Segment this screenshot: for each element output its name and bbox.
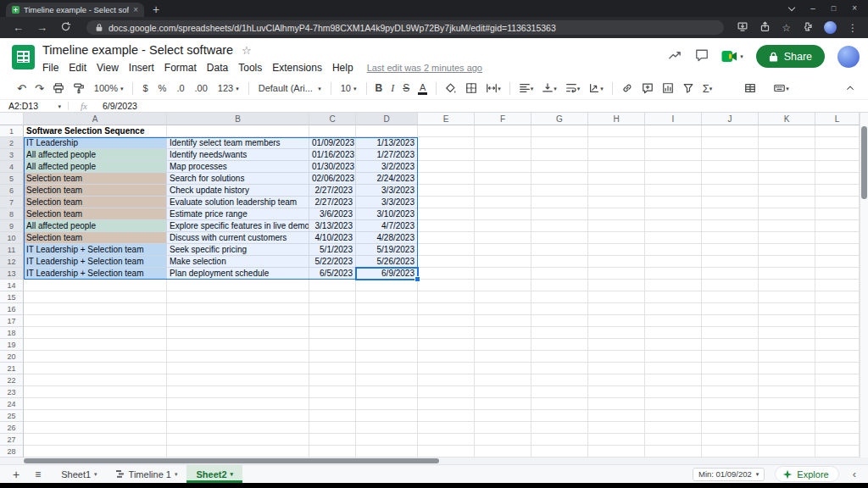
cell-I7[interactable] [645, 197, 702, 208]
close-window-button[interactable]: × [852, 4, 857, 13]
cell-H23[interactable] [588, 386, 645, 398]
cell-A19[interactable] [24, 339, 167, 351]
cell-E9[interactable] [418, 220, 475, 232]
cell-C4[interactable]: 01/30/2023 [309, 161, 356, 173]
cell-B26[interactable] [167, 422, 309, 434]
cell-B1[interactable] [167, 125, 309, 137]
cell-A8[interactable]: Selection team [24, 208, 167, 220]
cell-J1[interactable] [702, 125, 759, 137]
menu-extensions[interactable]: Extensions [267, 61, 327, 75]
cell-K23[interactable] [759, 386, 815, 398]
cell-K18[interactable] [759, 327, 815, 339]
column-header-J[interactable]: J [702, 113, 759, 125]
cell-J5[interactable] [702, 173, 759, 185]
cell-I4[interactable] [645, 161, 702, 173]
cell-E4[interactable] [418, 161, 475, 173]
cell-L5[interactable] [815, 173, 860, 185]
cell-K20[interactable] [759, 351, 815, 363]
cell-C26[interactable] [309, 422, 356, 434]
cell-D2[interactable]: 1/13/2023 [356, 137, 418, 149]
cell-E23[interactable] [418, 386, 475, 398]
back-button[interactable]: ← [8, 22, 28, 33]
cell-D27[interactable] [356, 434, 418, 446]
cell-J8[interactable] [702, 208, 759, 220]
cell-A18[interactable] [24, 327, 167, 339]
cell-J2[interactable] [702, 137, 759, 149]
cell-B17[interactable] [167, 315, 309, 327]
formula-input[interactable]: 6/9/2023 [103, 101, 137, 111]
cell-G3[interactable] [531, 149, 588, 161]
cell-C3[interactable]: 01/16/2023 [309, 149, 356, 161]
cell-E8[interactable] [418, 208, 475, 220]
cell-H24[interactable] [588, 398, 645, 410]
cell-J3[interactable] [702, 149, 759, 161]
row-header-13[interactable]: 13 [0, 268, 24, 280]
bookmark-star-icon[interactable]: ☆ [782, 23, 791, 33]
cell-E14[interactable] [418, 280, 475, 291]
column-header-D[interactable]: D [356, 113, 418, 125]
cell-B24[interactable] [167, 398, 309, 410]
cell-C1[interactable] [309, 125, 356, 137]
cell-H4[interactable] [588, 161, 645, 173]
cell-L4[interactable] [815, 161, 860, 173]
cell-A28[interactable] [24, 446, 167, 458]
cell-F8[interactable] [475, 208, 531, 220]
cell-G17[interactable] [531, 315, 588, 327]
cell-C15[interactable] [309, 291, 356, 303]
browser-menu-icon[interactable]: ⋮ [848, 23, 858, 33]
cell-A5[interactable]: Selection team [24, 173, 167, 185]
column-header-L[interactable]: L [815, 113, 860, 125]
user-avatar[interactable] [837, 46, 860, 68]
cell-C9[interactable]: 3/13/2023 [309, 220, 356, 232]
cell-F17[interactable] [475, 315, 531, 327]
number-format-button[interactable]: 123▾ [213, 79, 244, 97]
row-header-20[interactable]: 20 [0, 351, 24, 363]
hide-toolbar-button[interactable] [841, 79, 860, 97]
cell-G28[interactable] [531, 446, 588, 458]
cell-D5[interactable]: 2/24/2023 [356, 173, 418, 185]
cell-B15[interactable] [167, 291, 309, 303]
cell-G21[interactable] [531, 363, 588, 374]
increase-decimals-button[interactable]: .00 [190, 79, 213, 97]
menu-format[interactable]: Format [159, 61, 202, 75]
row-header-4[interactable]: 4 [0, 161, 24, 173]
cell-I10[interactable] [645, 232, 702, 244]
maximize-button[interactable]: □ [832, 5, 836, 13]
cell-J9[interactable] [702, 220, 759, 232]
cell-J26[interactable] [702, 422, 759, 434]
row-header-19[interactable]: 19 [0, 339, 24, 351]
cell-I3[interactable] [645, 149, 702, 161]
cell-C21[interactable] [309, 363, 356, 374]
cell-A3[interactable]: All affected people [24, 149, 167, 161]
cell-F13[interactable] [475, 268, 531, 280]
cell-F15[interactable] [475, 291, 531, 303]
cell-L12[interactable] [815, 256, 860, 268]
cell-L21[interactable] [815, 363, 860, 374]
bold-button[interactable]: B [371, 79, 387, 97]
redo-button[interactable]: ↷ [31, 79, 48, 97]
cell-F14[interactable] [475, 280, 531, 291]
cell-C23[interactable] [309, 386, 356, 398]
cell-I25[interactable] [645, 410, 702, 422]
row-header-25[interactable]: 25 [0, 410, 24, 422]
cell-D25[interactable] [356, 410, 418, 422]
cell-L10[interactable] [815, 232, 860, 244]
cell-L20[interactable] [815, 351, 860, 363]
cell-B8[interactable]: Estimate price range [167, 208, 309, 220]
format-currency-button[interactable]: $ [137, 79, 153, 97]
cell-D3[interactable]: 1/27/2023 [356, 149, 418, 161]
cell-E22[interactable] [418, 374, 475, 386]
cell-C28[interactable] [309, 446, 356, 458]
cell-K24[interactable] [759, 398, 815, 410]
cell-D8[interactable]: 3/10/2023 [356, 208, 418, 220]
cell-A27[interactable] [24, 434, 167, 446]
row-header-14[interactable]: 14 [0, 280, 24, 291]
cell-G1[interactable] [531, 125, 588, 137]
cell-D11[interactable]: 5/19/2023 [356, 244, 418, 256]
cell-I14[interactable] [645, 280, 702, 291]
row-header-6[interactable]: 6 [0, 185, 24, 197]
font-size-select[interactable]: 10▾ [336, 79, 362, 97]
cell-D19[interactable] [356, 339, 418, 351]
cell-C11[interactable]: 5/1/2023 [309, 244, 356, 256]
cell-E18[interactable] [418, 327, 475, 339]
